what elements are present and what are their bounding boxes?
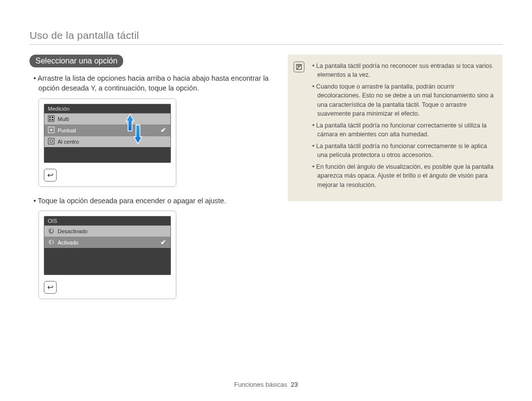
svg-point-8 [50, 140, 53, 143]
menu-label: Activado [58, 240, 158, 246]
instruction-drag: Arrastre la lista de opciones hacia arri… [38, 73, 271, 93]
instruction-toggle: Toque la opción deseada para encender o … [38, 196, 271, 206]
section-heading: Seleccionar una opción [30, 55, 123, 67]
selected-check-icon: ✔ [161, 126, 167, 134]
metering-spot-icon [48, 126, 55, 134]
metering-center-icon [48, 138, 55, 146]
menu-row-spot[interactable]: Puntual ✔ [44, 124, 170, 136]
screen-mock-metering: ⓘ Medición Multi Puntual [38, 98, 176, 187]
footer-section-label: Funciones básicas [234, 381, 287, 388]
menu-label: Multi [58, 116, 167, 122]
page-footer: Funciones básicas 23 [0, 381, 532, 388]
note-icon [294, 62, 304, 72]
note-item: La pantalla táctil podría no funcionar c… [312, 142, 494, 159]
svg-rect-2 [52, 117, 53, 118]
back-button[interactable]: ↩ [44, 169, 57, 182]
screen-title: OIS [44, 216, 170, 225]
svg-rect-4 [52, 119, 53, 121]
selected-check-icon: ✔ [161, 239, 167, 246]
note-item: En función del ángulo de visualización, … [312, 162, 494, 189]
svg-rect-3 [49, 119, 51, 121]
back-button[interactable]: ↩ [44, 281, 57, 294]
svg-rect-7 [48, 138, 54, 144]
menu-row-center[interactable]: Al centro [44, 136, 170, 147]
menu-row-multi[interactable]: Multi [44, 113, 170, 124]
svg-point-6 [50, 129, 52, 131]
screen-title: Medición [44, 104, 170, 113]
page-title: Uso de la pantalla táctil [30, 30, 502, 41]
back-icon: ↩ [47, 283, 54, 292]
svg-rect-0 [48, 116, 54, 122]
menu-row-ois-on[interactable]: Activado ✔ [44, 237, 170, 248]
screen-mock-ois: ⓘ OIS OFF Desactivado Activado [38, 211, 176, 299]
svg-rect-1 [49, 117, 51, 118]
note-item: Cuando toque o arrastre la pantalla, pod… [312, 82, 494, 118]
menu-label: Al centro [58, 139, 167, 145]
menu-label: Puntual [58, 127, 158, 133]
menu-row-ois-off[interactable]: OFF Desactivado [44, 225, 170, 237]
left-column: Seleccionar una opción Arrastre la lista… [30, 55, 271, 308]
footer-page-number: 23 [291, 381, 298, 388]
ois-on-icon [48, 239, 55, 247]
svg-text:OFF: OFF [49, 232, 54, 234]
note-box: La pantalla táctil podría no reconocer s… [288, 55, 502, 201]
note-item: La pantalla táctil podría no funcionar c… [312, 121, 494, 139]
camera-screen: OIS OFF Desactivado Activado ✔ [44, 216, 171, 275]
note-item: La pantalla táctil podría no reconocer s… [312, 62, 494, 79]
menu-label: Desactivado [58, 228, 167, 234]
camera-screen: Medición Multi Puntual ✔ [44, 104, 171, 163]
back-icon: ↩ [47, 171, 54, 180]
right-column: La pantalla táctil podría no reconocer s… [288, 55, 502, 308]
metering-multi-icon [48, 115, 55, 123]
title-divider [30, 44, 502, 45]
ois-off-icon: OFF [48, 227, 55, 235]
note-list: La pantalla táctil podría no reconocer s… [312, 62, 494, 189]
